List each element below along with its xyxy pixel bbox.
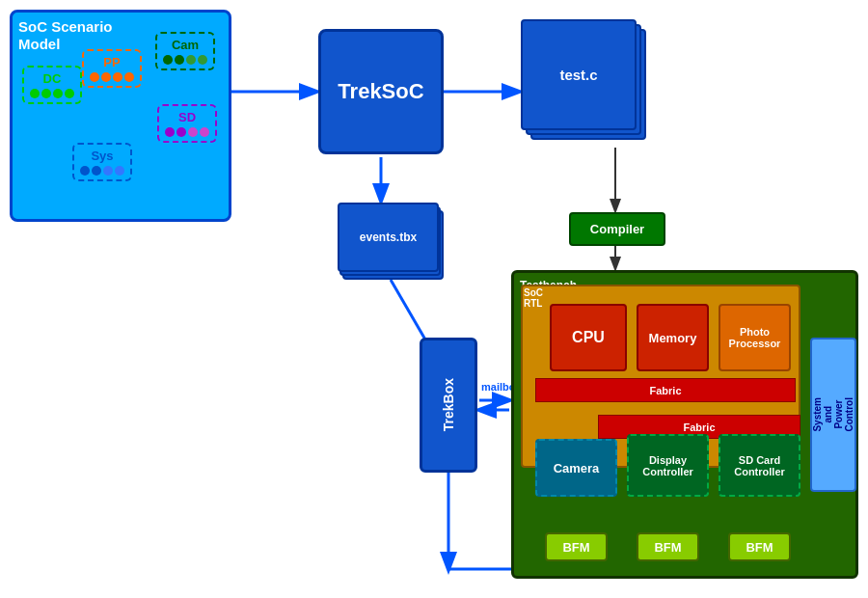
events-label: events.tbx (360, 231, 417, 244)
diagram-container: SoC Scenario Model DC PP (0, 0, 868, 598)
testc-stack: test.c (521, 19, 646, 145)
events-stack: events.tbx (338, 203, 444, 280)
treksoc-label: TrekSoC (338, 79, 423, 104)
soc-model-box: SoC Scenario Model DC PP (10, 10, 231, 222)
memory-block: Memory (637, 304, 709, 371)
memory-label: Memory (649, 331, 697, 345)
bfm-box-2: BFM (637, 532, 699, 561)
bfm1-label: BFM (562, 540, 589, 555)
display-label: Display Controller (642, 454, 693, 477)
trekbox-label: TrekBox (441, 378, 456, 431)
display-controller-block: Display Controller (627, 434, 709, 497)
sdcard-label: SD Card Controller (734, 454, 785, 477)
testc-label: test.c (521, 19, 637, 130)
bfm-box-3: BFM (728, 532, 791, 561)
sys-label: Sys (91, 149, 113, 163)
syspower-label: System and Power Control (812, 397, 854, 432)
photo-processor-block: Photo Processor (719, 304, 791, 371)
sdcard-controller-block: SD Card Controller (719, 434, 800, 497)
fabric2-label: Fabric (683, 421, 715, 433)
dc-node: DC (22, 66, 82, 104)
cam-node: Cam (155, 32, 215, 70)
sd-label: SD (178, 110, 196, 124)
bfm-box-1: BFM (545, 532, 608, 561)
compiler-box: Compiler (569, 212, 665, 246)
dc-label: DC (43, 71, 62, 86)
trekbox-container: TrekBox (420, 338, 477, 473)
cam-label: Cam (172, 38, 199, 52)
bfm3-label: BFM (746, 540, 773, 555)
treksoc-box: TrekSoC (318, 29, 444, 154)
bfm2-label: BFM (654, 540, 681, 555)
fabric-bar-1: Fabric (535, 378, 796, 402)
system-power-block: System and Power Control (810, 338, 856, 492)
soc-rtl-label: SoC RTL (524, 287, 543, 309)
cpu-block: CPU (550, 304, 627, 371)
sd-node: SD (157, 104, 217, 143)
compiler-label: Compiler (590, 222, 644, 236)
sys-node: Sys (72, 143, 132, 181)
photo-label: Photo Processor (729, 326, 781, 349)
camera-block: Camera (535, 439, 617, 497)
cpu-label: CPU (572, 329, 605, 346)
fabric1-label: Fabric (649, 385, 681, 396)
camera-label: Camera (554, 461, 600, 476)
pp-label: PP (103, 55, 120, 69)
pp-node: PP (82, 49, 142, 88)
